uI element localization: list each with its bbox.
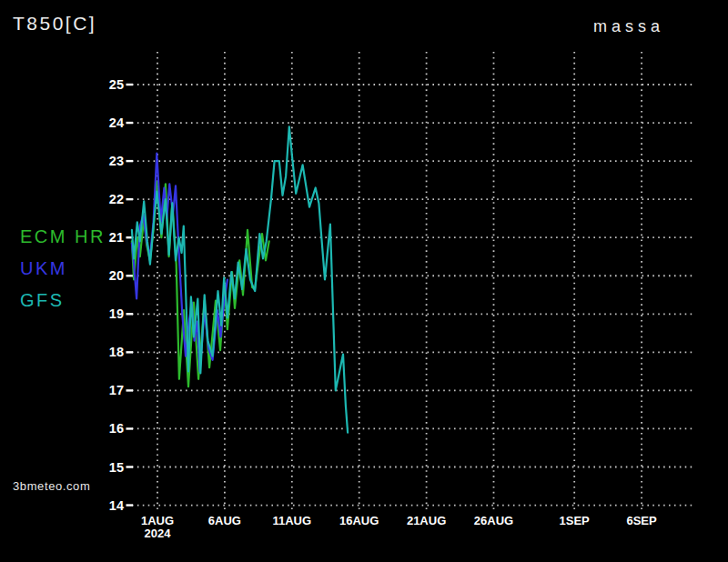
- y-axis-label: 25: [109, 77, 124, 92]
- x-axis-label: 6AUG: [208, 514, 241, 527]
- x-axis-label: 26AUG: [474, 514, 513, 527]
- x-axis-label: 11AUG: [272, 514, 311, 527]
- series-line-gfs: [132, 126, 348, 432]
- y-axis-label: 15: [109, 460, 124, 475]
- y-axis-label: 19: [109, 306, 124, 321]
- x-axis-year-label: 2024: [145, 527, 172, 540]
- y-axis-label: 21: [109, 230, 124, 245]
- x-axis-label: 6SEP: [626, 514, 657, 527]
- x-axis-label: 1SEP: [560, 514, 591, 527]
- chart-canvas: 2524232221201918171615141AUG20246AUG11AU…: [0, 0, 728, 562]
- x-axis-label: 1AUG: [141, 514, 174, 527]
- y-axis-label: 22: [109, 192, 124, 206]
- y-axis-label: 16: [109, 421, 124, 436]
- y-axis-label: 20: [109, 268, 124, 283]
- y-axis-label: 18: [109, 345, 124, 359]
- y-axis-label: 24: [109, 115, 124, 130]
- x-axis-label: 16AUG: [339, 514, 379, 527]
- meteogram-screen: T850[C] massa ECM HR UKM GFS 3bmeteo.com…: [0, 0, 728, 562]
- y-axis-label: 17: [109, 383, 124, 397]
- x-axis-label: 21AUG: [407, 514, 446, 527]
- y-axis-label: 14: [109, 498, 124, 513]
- y-axis-label: 23: [109, 154, 124, 168]
